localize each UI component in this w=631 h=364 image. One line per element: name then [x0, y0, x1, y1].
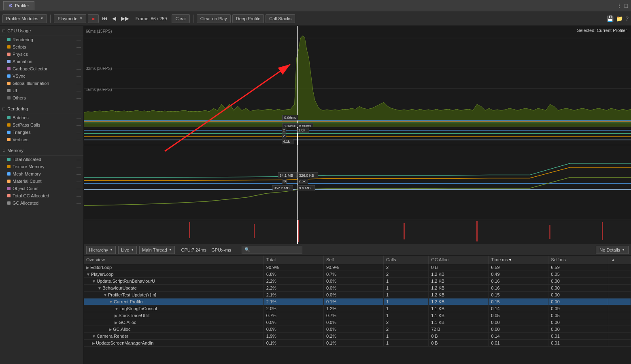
sidebar-item-ui[interactable]: UI —	[0, 87, 83, 94]
more-options-icon[interactable]: ⋮	[616, 2, 622, 9]
scripts-label: Scripts	[13, 44, 26, 49]
table-row[interactable]: ▶StackTraceUtilit 0.7% 0.7% 1 1.1 KB 0.0…	[84, 312, 631, 319]
next-frame-button[interactable]: ▶▶	[119, 15, 131, 22]
table-container[interactable]: Overview Total Self Calls GC Alloc Time …	[84, 256, 631, 364]
profiler-tab[interactable]: ⚙ Profiler	[3, 1, 34, 10]
search-input[interactable]	[252, 248, 300, 252]
deep-profile-button[interactable]: Deep Profile	[232, 14, 264, 23]
save-icon[interactable]: 💾	[607, 15, 614, 22]
sidebar-item-rendering[interactable]: Rendering —	[0, 36, 83, 43]
svg-text:2: 2	[283, 128, 285, 132]
rendering-color	[7, 38, 11, 41]
table-row[interactable]: ▼ProfilerTest.Update() [In] 2.1% 0.0% 1 …	[84, 292, 631, 298]
call-stacks-button[interactable]: Call Stacks	[266, 14, 295, 23]
hierarchy-select[interactable]: Hierarchy	[86, 246, 116, 254]
material-count-label: Material Count	[13, 179, 42, 184]
object-count-label: Object Count	[13, 186, 38, 191]
sidebar-item-scripts[interactable]: Scripts —	[0, 43, 83, 51]
sidebar-item-setpass[interactable]: SetPass Calls —	[0, 121, 83, 129]
cell-selfms: 0.00	[548, 292, 608, 298]
col-selfms[interactable]: Self ms	[548, 256, 608, 264]
cell-self: 0.1%	[323, 298, 383, 305]
sidebar-item-physics[interactable]: Physics —	[0, 51, 83, 58]
col-calls[interactable]: Calls	[384, 256, 429, 264]
col-total[interactable]: Total	[263, 256, 323, 264]
playmode-label: Playmode	[57, 16, 77, 21]
folder-icon[interactable]: 📁	[616, 15, 623, 22]
cell-self: 1.2%	[323, 305, 383, 312]
table-row[interactable]: ▼Camera.Render 1.9% 0.2% 1 0 B 0.14 0.01	[84, 333, 631, 340]
cpu-chart[interactable]: 66ms (15FPS) 33ms (30FPS) 16ms (60FPS)	[84, 26, 631, 127]
bottom-chart[interactable]	[84, 220, 631, 244]
cell-total: 90.9%	[263, 264, 323, 271]
sidebar-item-batches[interactable]: Batches —	[0, 114, 83, 121]
col-gcalloc[interactable]: GC Alloc	[429, 256, 489, 264]
cell-selfms: 0.00	[548, 285, 608, 292]
step-back-button[interactable]: ⏮	[100, 15, 109, 22]
playmode-button[interactable]: Playmode	[54, 14, 86, 23]
cell-calls: 1	[384, 305, 429, 312]
clear-on-play-button[interactable]: Clear on Play	[197, 14, 231, 23]
table-row[interactable]: ▶EditorLoop 90.9% 90.9% 2 0 B 6.59 6.59	[84, 264, 631, 271]
cell-name: ▶GC.Alloc	[84, 319, 263, 326]
clear-button[interactable]: Clear	[172, 14, 189, 23]
cell-total: 6.8%	[263, 271, 323, 278]
memory-chart[interactable]: 34.1 MB 326.0 KB 36 2.5k 352.2 MB 9.9 MB	[84, 145, 631, 220]
cell-gcalloc: 1.2 KB	[429, 271, 489, 278]
sidebar-item-total-allocated[interactable]: Total Allocated —	[0, 156, 83, 163]
cell-name: ▶EditorLoop	[84, 264, 263, 271]
search-box[interactable]: 🔍	[242, 246, 302, 254]
prev-frame-button[interactable]: ◀	[110, 15, 118, 22]
sidebar-item-gc-allocated[interactable]: GC Allocated —	[0, 199, 83, 207]
sidebar-section-cpu[interactable]: □ CPU Usage	[0, 26, 83, 36]
sidebar-section-rendering[interactable]: □ Rendering	[0, 104, 83, 114]
record-button[interactable]: ●	[88, 14, 98, 23]
table-row[interactable]: ▶UpdateScreenManagerAndIn 0.1% 0.1% 1 0 …	[84, 340, 631, 347]
cell-sort	[608, 278, 631, 285]
table-row[interactable]: ▼Update.ScriptRunBehaviourU 2.2% 0.0% 1 …	[84, 278, 631, 285]
sidebar-item-material-count[interactable]: Material Count —	[0, 178, 83, 185]
table-row[interactable]: ▼Current Profiler 2.1% 0.1% 1 1.2 KB 0.1…	[84, 298, 631, 305]
cell-selfms: 6.59	[548, 264, 608, 271]
col-timems[interactable]: Time ms ▾	[489, 256, 548, 264]
cell-sort	[608, 312, 631, 319]
gc-allocated-label: GC Allocated	[13, 201, 38, 205]
triangles-label: Triangles	[13, 130, 31, 135]
live-button[interactable]: Live	[118, 246, 137, 254]
sidebar-item-texture-memory[interactable]: Texture Memory —	[0, 163, 83, 170]
main-thread-select[interactable]: Main Thread	[139, 246, 174, 254]
total-gc-color	[7, 194, 11, 197]
sidebar-item-mesh-memory[interactable]: Mesh Memory —	[0, 170, 83, 178]
sidebar-item-others[interactable]: Others —	[0, 94, 83, 102]
animation-color	[7, 60, 11, 63]
col-sort-triangle[interactable]: ▲	[608, 256, 631, 264]
memory-section-icon: ○	[2, 148, 5, 153]
cell-timems: 6.59	[489, 264, 548, 271]
col-self[interactable]: Self	[323, 256, 383, 264]
profiler-modules-button[interactable]: Profiler Modules	[2, 14, 47, 23]
cell-calls: 1	[384, 312, 429, 319]
sidebar-item-total-gc[interactable]: Total GC Allocated —	[0, 192, 83, 199]
sidebar-item-object-count[interactable]: Object Count —	[0, 185, 83, 192]
sidebar-item-gc[interactable]: GarbageCollector —	[0, 65, 83, 72]
sidebar-item-vertices[interactable]: Vertices —	[0, 136, 83, 143]
total-allocated-line: —	[76, 157, 81, 162]
table-row[interactable]: ▼BehaviourUpdate 2.2% 0.0% 1 1.2 KB 0.16…	[84, 285, 631, 292]
cell-sort	[608, 271, 631, 278]
sidebar-item-triangles[interactable]: Triangles —	[0, 129, 83, 136]
sidebar-section-memory[interactable]: ○ Memory	[0, 146, 83, 156]
table-row[interactable]: ▶GC.Alloc 0.0% 0.0% 2 72 B 0.00 0.00	[84, 326, 631, 333]
table-row[interactable]: ▼LogStringToConsol 2.0% 1.2% 1 1.1 KB 0.…	[84, 305, 631, 312]
col-overview[interactable]: Overview	[84, 256, 263, 264]
sidebar-item-gi[interactable]: Global Illumination —	[0, 80, 83, 87]
cell-calls: 1	[384, 285, 429, 292]
sidebar-item-vsync[interactable]: VSync —	[0, 72, 83, 80]
table-row[interactable]: ▼PlayerLoop 6.8% 0.7% 2 1.2 KB 0.49 0.05	[84, 271, 631, 278]
help-icon[interactable]: ?	[625, 15, 629, 22]
clear-on-play-label: Clear on Play	[200, 16, 227, 21]
sidebar-item-animation[interactable]: Animation —	[0, 58, 83, 65]
rendering-label: Rendering	[13, 37, 33, 42]
table-row[interactable]: ▶GC.Alloc 0.0% 0.0% 2 1.1 KB 0.00 0.00	[84, 319, 631, 326]
no-details-select[interactable]: No Details	[596, 246, 629, 254]
maximize-icon[interactable]: □	[625, 2, 628, 9]
